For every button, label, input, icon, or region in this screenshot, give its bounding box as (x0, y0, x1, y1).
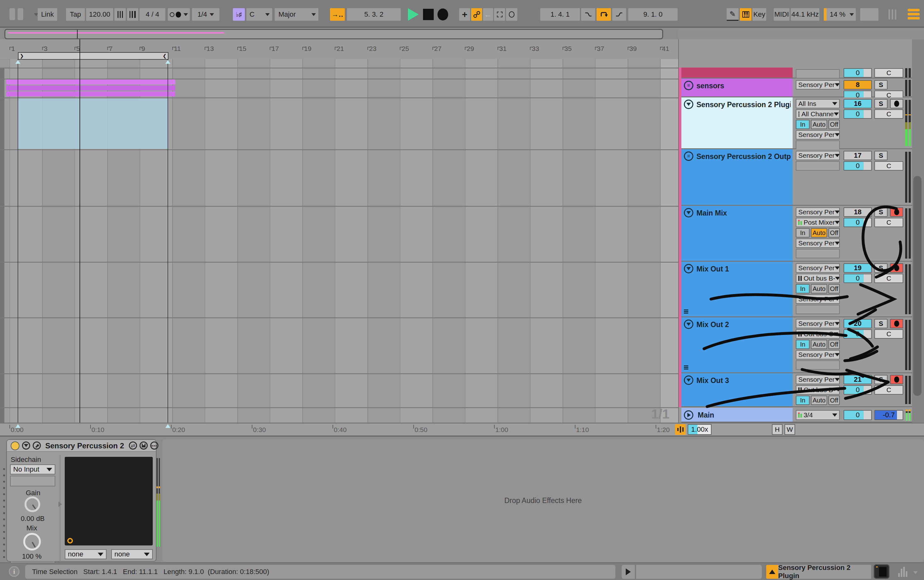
track-name-area[interactable]: Mix Out 1 (681, 262, 793, 316)
monitor-auto-button[interactable]: Auto (811, 120, 827, 129)
io-chooser[interactable]: All Channe (796, 109, 840, 119)
device-activator[interactable] (11, 442, 20, 450)
track-name[interactable]: sensors (696, 82, 724, 90)
loop-length-field[interactable]: 9. 1. 0 (628, 8, 678, 21)
zoom-width-button[interactable]: W (784, 424, 795, 435)
window-controls-icon[interactable] (10, 8, 23, 21)
track-number-box[interactable]: 20 (843, 319, 872, 328)
new-midi-button[interactable]: + (459, 8, 470, 21)
loop-end-handle[interactable]: ❮ (162, 53, 167, 59)
solo-button[interactable]: S (874, 375, 888, 384)
map-select-b[interactable]: none (111, 549, 153, 559)
arm-button[interactable] (890, 263, 903, 273)
status-play-button[interactable] (622, 565, 635, 579)
track-header-row[interactable]: ≡sensorsSensory Per8S0C (681, 79, 913, 97)
track-name-area[interactable]: ≡sensors (681, 79, 793, 96)
io-blank-box[interactable] (796, 249, 840, 258)
io-chooser[interactable]: Sensory Per (796, 294, 840, 304)
audition-waveform-button[interactable] (675, 424, 686, 435)
main-track-name-area[interactable]: Main (681, 408, 793, 422)
key-root-menu[interactable]: C (246, 8, 272, 21)
hot-swap-icon[interactable]: ⇄ (129, 442, 137, 450)
audio-effects-drop-zone[interactable]: Drop Audio Effects Here (162, 439, 924, 562)
sidechain-input-select[interactable]: No Input (10, 465, 55, 475)
arrangement-overview[interactable] (4, 29, 663, 39)
group-track-icon[interactable]: ≡ (684, 152, 693, 161)
punch-start-field[interactable]: 1. 4. 1 (540, 8, 580, 21)
monitor-in-button[interactable]: In (796, 120, 810, 129)
io-chooser[interactable]: Sensory Per (796, 375, 840, 384)
key-map-button[interactable]: Key (752, 8, 766, 21)
menu-hamburger-icon[interactable] (908, 9, 920, 20)
io-blank-box[interactable] (796, 360, 840, 370)
follow-button[interactable]: →‥ (330, 8, 345, 21)
pan-box[interactable]: 0 (843, 109, 872, 119)
device-options-icon[interactable]: ••• (150, 442, 158, 450)
zoom-height-button[interactable]: H (772, 424, 782, 435)
capture-region-button[interactable] (494, 8, 505, 21)
io-chooser[interactable]: Post Mixer (796, 218, 840, 227)
pan-reset-button[interactable]: C (874, 68, 903, 77)
time-signature-field[interactable]: 4 / 4 (140, 8, 165, 21)
io-blank-box[interactable] (796, 161, 840, 171)
track-name-area[interactable]: Main Mix (681, 206, 793, 261)
track-name-area[interactable]: Sensory Percussion 2 Plugin (681, 97, 793, 148)
arm-button[interactable] (890, 208, 903, 217)
solo-button[interactable]: S (874, 208, 888, 217)
io-chooser[interactable]: Out bus C (796, 329, 840, 339)
time-selection-region[interactable] (18, 98, 168, 149)
pan-box[interactable]: 0 (843, 218, 872, 227)
io-blank-box[interactable] (796, 305, 840, 314)
monitor-in-button[interactable]: In (796, 339, 810, 349)
midi-clip-lane[interactable] (6, 91, 175, 96)
main-track-row[interactable]: Main3/40-0.7 (681, 408, 913, 423)
pan-reset-button[interactable]: C (874, 161, 903, 171)
tempo-field[interactable]: 120.00 (86, 8, 113, 21)
midi-clip-lane[interactable] (6, 86, 175, 91)
tap-tempo-button[interactable]: Tap (66, 8, 85, 21)
track-name[interactable]: Mix Out 1 (696, 265, 729, 274)
track-header-row[interactable]: Mix Out 1Sensory PerOut bus B-InAutoOffS… (681, 262, 913, 317)
plugin-display[interactable] (65, 457, 153, 545)
overdub-chain-button[interactable] (471, 8, 482, 21)
monitor-off-button[interactable]: Off (828, 339, 840, 349)
fold-track-icon[interactable] (684, 208, 693, 218)
main-pan-box[interactable]: 0 (843, 410, 872, 420)
link-button[interactable]: Link (38, 8, 57, 21)
pan-reset-button[interactable]: C (874, 329, 903, 339)
punch-out-button[interactable] (612, 8, 626, 21)
plugin-window-thumbnail[interactable] (874, 564, 889, 579)
track-name-area[interactable]: ≡Sensory Percussion 2 Outputs (681, 149, 793, 205)
track-header-row[interactable]: ≡Sensory Percussion 2 OutputsSensory Per… (681, 149, 913, 206)
pan-reset-button[interactable]: C (874, 385, 903, 395)
nudge-up-button[interactable] (127, 8, 138, 21)
io-chooser[interactable]: Sensory Per (796, 208, 840, 217)
draw-circle-button[interactable] (506, 8, 517, 21)
solo-button[interactable]: S (874, 263, 888, 273)
monitor-auto-button[interactable]: Auto (811, 284, 827, 293)
track-name[interactable]: Main (698, 411, 714, 419)
monitor-off-button[interactable]: Off (828, 284, 840, 293)
arm-button[interactable] (890, 99, 903, 109)
io-chooser[interactable]: Sensory Per (796, 319, 840, 328)
scrollbar-handle[interactable] (913, 176, 921, 396)
io-chooser[interactable]: All Ins (796, 99, 840, 109)
midi-map-button[interactable]: MIDI (774, 8, 789, 21)
io-chooser[interactable]: Sensory Per (796, 130, 840, 140)
loop-switch-button[interactable] (597, 8, 611, 21)
loop-brace[interactable]: ❯❮ (18, 52, 168, 60)
device-wrench-icon[interactable] (33, 442, 41, 450)
groove-amount-button[interactable] (168, 8, 190, 21)
track-header-row[interactable]: Mix Out 2Sensory PerOut bus CInAutoOffSe… (681, 317, 913, 373)
track-number-box[interactable]: 16 (843, 99, 872, 109)
track-header-row[interactable]: 0C (681, 68, 913, 79)
track-name-area[interactable]: Mix Out 3 (681, 373, 793, 406)
pan-box[interactable]: 0 (843, 274, 872, 283)
track-header-row[interactable]: Main MixSensory PerPost MixerInAutoOffSe… (681, 206, 913, 262)
track-header-row[interactable]: Mix Out 3Sensory PerOut bus D·InAutoOff2… (681, 373, 913, 407)
pan-box[interactable]: 0 (843, 68, 872, 77)
arrangement-position-field[interactable]: 5. 3. 2 (347, 8, 401, 21)
io-chooser[interactable]: Sensory Per (796, 263, 840, 273)
main-volume-box[interactable]: -0.7 (874, 410, 903, 420)
take-lanes-icon[interactable] (684, 366, 688, 370)
